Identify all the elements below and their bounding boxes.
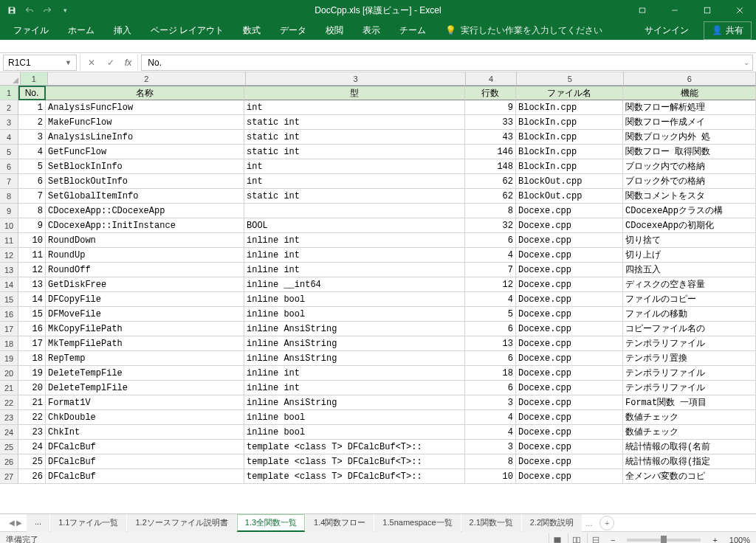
cell[interactable]: コピーファイル名の — [623, 322, 756, 336]
undo-icon[interactable] — [24, 4, 35, 16]
cell[interactable]: 4 — [465, 248, 516, 263]
row-header[interactable]: 17 — [0, 322, 18, 336]
cell[interactable]: 関数フロー作成メイ — [623, 115, 756, 130]
cell[interactable]: DFCalcBuf — [46, 454, 244, 469]
row-header[interactable]: 21 — [0, 381, 18, 395]
row-header[interactable]: 15 — [0, 292, 18, 307]
col-header[interactable]: 6 — [624, 72, 756, 85]
cancel-formula-button[interactable]: ✕ — [83, 55, 100, 70]
cell[interactable]: BlockOut.cpp — [516, 174, 623, 189]
cell[interactable]: CDocexeAppクラスの構 — [623, 204, 756, 218]
col-header[interactable]: 4 — [466, 72, 517, 85]
cell[interactable]: Docexe.cpp — [516, 366, 623, 381]
cell[interactable]: 20 — [18, 381, 46, 395]
cell[interactable]: テンポラリファイル — [623, 381, 756, 395]
sheet-nav-prev-icon[interactable]: ◀ — [9, 519, 15, 527]
cell[interactable]: SetBlockOutInfo — [46, 174, 244, 189]
cell[interactable]: Docexe.cpp — [516, 395, 623, 410]
cell[interactable]: 6 — [465, 233, 516, 248]
cell[interactable]: SetGlobalItemInfo — [46, 189, 244, 204]
expand-formula-icon[interactable]: ⌄ — [743, 58, 749, 66]
cell[interactable]: DFCalcBuf — [46, 440, 244, 454]
header-cell[interactable]: 型 — [244, 86, 465, 100]
cell[interactable]: 16 — [18, 322, 46, 336]
cell[interactable]: DeleteTemplFile — [46, 381, 244, 395]
cell[interactable]: static int — [244, 145, 465, 159]
row-header[interactable]: 9 — [0, 204, 18, 218]
cell[interactable]: 1 — [18, 100, 46, 115]
cell[interactable]: 13 — [465, 336, 516, 351]
row-header[interactable]: 18 — [0, 336, 18, 351]
cell[interactable]: inline int — [244, 366, 465, 381]
cell[interactable]: inline AnsiString — [244, 395, 465, 410]
cell[interactable]: RepTemp — [46, 351, 244, 366]
cell[interactable]: 33 — [465, 115, 516, 130]
cell[interactable]: 7 — [465, 263, 516, 277]
signin-button[interactable]: サインイン — [637, 21, 696, 40]
cell[interactable]: 9 — [465, 100, 516, 115]
cell[interactable]: inline AnsiString — [244, 351, 465, 366]
cell[interactable]: inline bool — [244, 292, 465, 307]
cell[interactable]: テンポラリ置換 — [623, 351, 756, 366]
cell[interactable]: Docexe.cpp — [516, 307, 623, 322]
cell[interactable]: 32 — [465, 218, 516, 233]
enter-formula-button[interactable]: ✓ — [103, 55, 119, 70]
cell[interactable]: 統計情報の取得(指定 — [623, 454, 756, 469]
row-header[interactable]: 25 — [0, 440, 18, 454]
sheet-tab[interactable]: 1.5namespace一覧 — [374, 514, 460, 532]
cell[interactable]: 切り上げ — [623, 248, 756, 263]
cell[interactable]: Docexe.cpp — [516, 233, 623, 248]
row-header[interactable]: 6 — [0, 159, 18, 174]
cell[interactable]: 19 — [18, 366, 46, 381]
cell[interactable]: 4 — [465, 410, 516, 425]
maximize-button[interactable] — [691, 0, 724, 21]
row-header[interactable]: 2 — [0, 100, 18, 115]
sheet-nav-next-icon[interactable]: ▶ — [16, 519, 22, 527]
cell[interactable]: 12 — [465, 277, 516, 292]
cell[interactable]: 6 — [465, 322, 516, 336]
header-cell[interactable]: 行数 — [465, 86, 516, 100]
cell[interactable]: テンポラリファイル — [623, 336, 756, 351]
cell[interactable]: ChkInt — [46, 425, 244, 440]
cell[interactable]: ブロック内での格納 — [623, 159, 756, 174]
row-header[interactable]: 23 — [0, 410, 18, 425]
zoom-out-button[interactable]: − — [606, 536, 619, 544]
row-header[interactable]: 11 — [0, 233, 18, 248]
cell[interactable]: 数値チェック — [623, 425, 756, 440]
cell[interactable]: template <class T> DFCalcBuf<T>:: — [244, 469, 465, 484]
cell[interactable]: 切り捨て — [623, 233, 756, 248]
row-header[interactable]: 8 — [0, 189, 18, 204]
cell[interactable]: inline bool — [244, 425, 465, 440]
cell[interactable]: CDocexeApp::InitInstance — [46, 218, 244, 233]
cell[interactable]: 2 — [18, 115, 46, 130]
cell[interactable]: GetDiskFree — [46, 277, 244, 292]
cell[interactable]: 26 — [18, 469, 46, 484]
cell[interactable]: Docexe.cpp — [516, 248, 623, 263]
minimize-button[interactable] — [659, 0, 691, 21]
col-header[interactable]: 3 — [246, 72, 466, 85]
cell[interactable]: Docexe.cpp — [516, 454, 623, 469]
cell[interactable]: Docexe.cpp — [516, 425, 623, 440]
cell[interactable]: Docexe.cpp — [516, 218, 623, 233]
cell[interactable]: Docexe.cpp — [516, 440, 623, 454]
header-cell[interactable]: 名称 — [46, 86, 244, 100]
col-header[interactable]: 2 — [48, 72, 246, 85]
cell[interactable]: AnalysisLineInfo — [46, 130, 244, 145]
cell[interactable]: 7 — [18, 189, 46, 204]
cell[interactable]: 関数コメントをスタ — [623, 189, 756, 204]
tab-ホーム[interactable]: ホーム — [59, 21, 103, 40]
row-header[interactable]: 12 — [0, 248, 18, 263]
chevron-down-icon[interactable]: ▼ — [65, 59, 72, 66]
sheet-tab[interactable]: ... — [27, 514, 49, 532]
cell[interactable]: GetFuncFlow — [46, 145, 244, 159]
row-header[interactable]: 27 — [0, 469, 18, 484]
cell[interactable]: 13 — [18, 277, 46, 292]
cell[interactable]: 25 — [18, 454, 46, 469]
view-normal-button[interactable] — [549, 533, 566, 544]
cell[interactable]: DFCopyFile — [46, 292, 244, 307]
cell[interactable]: DFMoveFile — [46, 307, 244, 322]
formula-bar[interactable]: No. ⌄ — [141, 55, 753, 71]
cell[interactable]: inline AnsiString — [244, 322, 465, 336]
sheet-overflow-icon[interactable]: ... — [583, 519, 595, 528]
tab-挿入[interactable]: 挿入 — [105, 21, 140, 40]
